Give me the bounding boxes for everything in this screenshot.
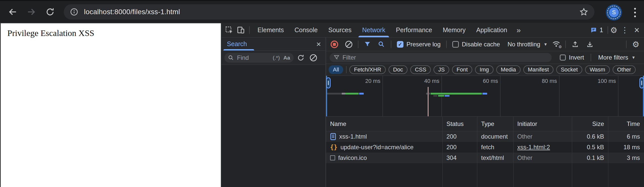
chevron-down-icon: ▾ <box>544 41 547 47</box>
tab-elements[interactable]: Elements <box>252 23 289 37</box>
network-overview-timeline[interactable]: 20 ms 40 ms 60 ms 80 ms 100 ms <box>326 76 644 117</box>
filter-chip-socket[interactable]: Socket <box>556 65 582 74</box>
inspect-element-button[interactable] <box>223 24 235 36</box>
load-event-line <box>428 87 428 116</box>
filter-chip-js[interactable]: JS <box>434 65 449 74</box>
bookmark-star-icon[interactable] <box>579 7 588 16</box>
tab-performance[interactable]: Performance <box>391 23 437 37</box>
disable-cache-label[interactable]: Disable cache <box>462 41 500 48</box>
search-tab[interactable]: Search <box>227 40 247 48</box>
profile-avatar[interactable]: S <box>606 4 622 21</box>
throttling-select[interactable]: No throttling <box>507 41 540 48</box>
table-row[interactable]: favicon.ico 304 text/html Other 0.1 kB 3… <box>326 153 644 163</box>
initiator-link[interactable]: xss-1.html:2 <box>517 144 550 151</box>
reload-button[interactable] <box>43 5 57 19</box>
device-toolbar-button[interactable] <box>235 24 247 36</box>
column-divider[interactable] <box>477 117 477 187</box>
refresh-icon <box>297 54 305 62</box>
network-conditions-button[interactable]: ⚙ <box>552 40 561 49</box>
column-divider[interactable] <box>608 117 608 187</box>
record-network-log-button[interactable] <box>331 41 338 48</box>
filter-chip-font[interactable]: Font <box>452 65 472 74</box>
devtools-tabbar: Elements Console Sources Network Perform… <box>221 23 644 38</box>
column-header-status[interactable]: Status <box>442 117 477 131</box>
search-clear-button[interactable] <box>308 52 319 63</box>
request-initiator: Other <box>513 153 572 163</box>
gridline <box>382 76 383 116</box>
devtools-menu-button[interactable]: ⋮ <box>617 26 632 34</box>
column-header-name[interactable]: Name <box>326 117 442 131</box>
devtools-close-button[interactable]: × <box>632 26 644 35</box>
request-time: 6 ms <box>608 131 644 142</box>
search-results-area <box>221 65 326 187</box>
waterfall-bar <box>445 95 449 97</box>
filter-chip-other[interactable]: Other <box>613 65 636 74</box>
time-tick-label: 80 ms <box>532 78 557 84</box>
column-divider[interactable] <box>572 117 572 187</box>
tab-sources[interactable]: Sources <box>323 23 357 37</box>
search-input[interactable]: Find (.*) Aa <box>224 53 294 63</box>
search-tab-underline <box>223 49 254 50</box>
column-header-size[interactable]: Size <box>572 117 608 131</box>
filter-chip-doc[interactable]: Doc <box>389 65 407 74</box>
filter-input[interactable]: Filter <box>330 53 552 62</box>
filter-chip-media[interactable]: Media <box>496 65 521 74</box>
clear-network-log-button[interactable] <box>345 41 352 48</box>
device-toolbar-icon <box>237 26 245 34</box>
search-refresh-button[interactable] <box>295 52 306 63</box>
issues-button[interactable]: 1 <box>587 26 606 34</box>
tab-application[interactable]: Application <box>471 23 512 37</box>
filter-placeholder: Filter <box>342 54 356 61</box>
more-tabs-button[interactable]: » <box>512 26 525 34</box>
column-divider[interactable] <box>513 117 513 187</box>
column-header-type[interactable]: Type <box>477 117 513 131</box>
page-viewport: Privilege Escalation XSS <box>0 23 221 187</box>
url-bar[interactable]: localhost:8000/files/xss-1.html <box>64 4 594 20</box>
filter-chip-manifest[interactable]: Manifest <box>523 65 553 74</box>
filter-toggle-button[interactable] <box>364 41 371 48</box>
preserve-log-checkbox[interactable]: ✓ <box>397 41 403 48</box>
selection-handle-left[interactable] <box>326 77 331 88</box>
column-header-time[interactable]: Time <box>608 117 644 131</box>
browser-menu-button[interactable] <box>630 5 640 20</box>
table-row[interactable]: {} update-user?id=acme/alice 200 fetch x… <box>326 142 644 153</box>
devtools-settings-button[interactable]: ⚙ <box>610 26 617 34</box>
search-close-button[interactable]: × <box>312 40 326 48</box>
tab-memory[interactable]: Memory <box>437 23 471 37</box>
page-heading: Privilege Escalation XSS <box>7 28 221 38</box>
time-tick-label: 60 ms <box>473 78 498 84</box>
disable-cache-checkbox[interactable] <box>452 41 459 48</box>
preserve-log-label[interactable]: Preserve log <box>406 41 441 48</box>
filter-chip-wasm[interactable]: Wasm <box>585 65 610 74</box>
invert-checkbox[interactable] <box>560 54 566 61</box>
request-name: favicon.ico <box>338 154 367 161</box>
tab-console[interactable]: Console <box>289 23 323 37</box>
table-row[interactable]: xss-1.html 200 document Other 0.6 kB 6 m… <box>326 131 644 142</box>
invert-label[interactable]: Invert <box>569 54 584 61</box>
import-har-button[interactable] <box>571 41 579 48</box>
reload-icon <box>45 7 55 17</box>
column-header-initiator[interactable]: Initiator <box>513 117 572 131</box>
more-filters-button[interactable]: More filters <box>598 54 628 61</box>
back-button[interactable] <box>6 5 20 19</box>
gear-icon: ⚙ <box>559 45 562 49</box>
regex-toggle[interactable]: (.*) <box>273 55 280 61</box>
issues-bubble-icon <box>590 27 597 34</box>
selection-handle-right[interactable] <box>639 77 644 88</box>
search-network-button[interactable] <box>378 41 385 48</box>
filter-chip-css[interactable]: CSS <box>410 65 431 74</box>
tab-network[interactable]: Network <box>357 23 391 37</box>
column-divider[interactable] <box>442 117 443 187</box>
request-time: 3 ms <box>608 153 644 163</box>
forward-button[interactable] <box>24 5 38 19</box>
divider <box>446 41 447 48</box>
url-text[interactable]: localhost:8000/files/xss-1.html <box>84 8 579 16</box>
filter-chip-img[interactable]: Img <box>475 65 493 74</box>
filter-chip-fetch-xhr[interactable]: Fetch/XHR <box>349 65 386 74</box>
match-case-toggle[interactable]: Aa <box>283 55 290 61</box>
network-settings-button[interactable]: ⚙ <box>632 40 639 48</box>
waterfall-bar <box>438 95 444 97</box>
filter-chip-all[interactable]: All <box>329 65 343 74</box>
export-har-button[interactable] <box>586 41 594 48</box>
site-info-icon[interactable] <box>70 8 78 16</box>
